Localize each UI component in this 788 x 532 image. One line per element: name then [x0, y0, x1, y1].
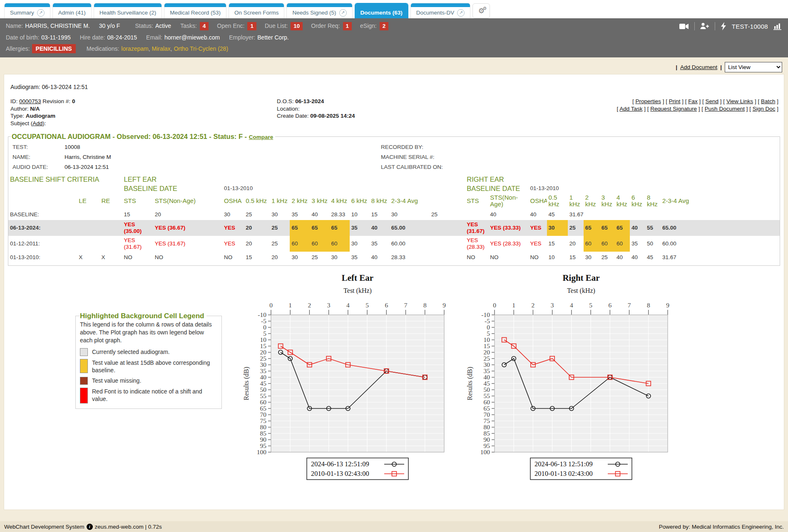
table-cell: 30 [547, 220, 568, 236]
svg-text:8: 8 [423, 302, 427, 309]
table-cell: 30 [222, 209, 244, 220]
link-row: [ Add Task ] [ Request Signature ] [ Pus… [552, 105, 778, 113]
add-task-link[interactable]: Add Task [619, 106, 642, 112]
left-ear-chart: Left EarTest (kHz)0123456789-10-50510152… [239, 270, 450, 481]
table-cell [698, 236, 780, 252]
tab-health-surveillance-2[interactable]: Health Surveillance (2) [94, 3, 162, 18]
patient-status: Active [155, 20, 171, 32]
tab-documents-dv[interactable]: Documents-DV [410, 3, 471, 18]
tab-accent-strip [94, 3, 162, 7]
svg-text:4: 4 [570, 302, 573, 309]
lightning-icon[interactable] [721, 22, 726, 30]
medication-item[interactable]: lorazepam [121, 45, 148, 52]
inline-link-add[interactable]: Add [32, 120, 42, 126]
tab-label: Health Surveillance (2) [99, 10, 157, 16]
allergies-list: PENICILLINS [32, 43, 87, 54]
table-cell: 2-3-4 Avg [390, 193, 430, 209]
svg-text:6: 6 [385, 302, 388, 309]
table-cell: 65 [615, 220, 630, 236]
count-badge-order-req[interactable]: 1 [343, 22, 352, 30]
table-cell [600, 209, 615, 220]
external-link-icon[interactable] [457, 9, 465, 17]
tab-documents-63[interactable]: Documents (63) [355, 3, 408, 18]
bar-chart-icon[interactable] [773, 23, 781, 30]
table-row: 06-13-2024:YES (35.00)YES (36.67)YES2025… [8, 220, 780, 236]
meta-line: Subject (Add): [10, 120, 277, 127]
count-badge-open-enc[interactable]: 1 [247, 22, 256, 30]
fax-link[interactable]: Fax [688, 98, 698, 104]
table-cell [99, 220, 122, 236]
table-cell: 8 kHz [645, 193, 661, 209]
count-badge-due-list[interactable]: 10 [291, 22, 303, 30]
external-link-icon[interactable] [339, 9, 347, 17]
table-row: LERESTSSTS(Non-Age)OSHA0.5 kHz1 kHz2 kHz… [8, 193, 780, 209]
allergy-badge[interactable]: PENICILLINS [32, 44, 76, 53]
divider [715, 22, 715, 30]
table-cell: 8 kHz [370, 193, 390, 209]
compare-link[interactable]: Compare [249, 134, 273, 140]
properties-link[interactable]: Properties [635, 98, 661, 104]
tab-on-screen-forms[interactable]: On Screen Forms [229, 3, 285, 18]
table-cell: 3 kHz [310, 193, 329, 209]
table-cell: 35 [350, 220, 370, 236]
meta-text: Subject ( [10, 120, 32, 126]
table-cell: 2-3-4 Avg [661, 193, 698, 209]
tab-accent-strip [5, 3, 50, 7]
medication-item[interactable]: Miralax [152, 45, 170, 52]
info-icon[interactable] [87, 524, 93, 530]
tab-summary[interactable]: Summary [4, 3, 50, 18]
table-cell: 60 [330, 236, 350, 252]
settings-gear-icon[interactable] [472, 3, 490, 18]
document-toolbar: | Add Document | List View [0, 57, 788, 72]
table-cell: 01-13-2010 [529, 184, 600, 193]
tab-medical-record-53[interactable]: Medical Record (53) [164, 3, 226, 18]
meta-text: Location: [277, 106, 300, 112]
patient-bar-icons: TEST-10008 [679, 22, 781, 30]
patient-row-1: Name: HARRIS, CHRISTINE M. 30 y/o F Stat… [6, 20, 782, 32]
svg-text:3: 3 [551, 302, 554, 309]
print-link[interactable]: Print [669, 98, 681, 104]
table-cell: 6 kHz [350, 193, 370, 209]
tab-bar: SummaryAdmin (41)Health Surveillance (2)… [0, 0, 788, 18]
table-cell: NO [122, 252, 153, 263]
push-document-link[interactable]: Push Document [705, 106, 745, 112]
table-cell: 15 [547, 236, 568, 252]
external-link-icon[interactable] [37, 9, 45, 17]
legend-swatch [80, 377, 88, 385]
medication-item[interactable]: Ortho Tri-Cyclen (28) [174, 45, 228, 52]
footer-left: WebChart Development System zeus.med-web… [4, 524, 162, 530]
count-badge-esign[interactable]: 2 [380, 22, 389, 30]
patient-bar: Name: HARRIS, CHRISTINE M. 30 y/o F Stat… [0, 18, 788, 57]
batch-link[interactable]: Batch [761, 98, 776, 104]
table-cell: YES [222, 236, 244, 252]
table-cell: X [99, 252, 122, 263]
request-signature-link[interactable]: Request Signature [650, 106, 697, 112]
sign-doc-link[interactable]: Sign Doc [753, 106, 776, 112]
video-camera-icon[interactable] [679, 23, 689, 30]
inline-link-0000753[interactable]: 0000753 [19, 98, 41, 104]
tab-accent-strip [229, 3, 284, 7]
table-cell [99, 209, 122, 220]
document-action-links: [ Properties ] [ Print ] [ Fax ] [ Send … [552, 98, 780, 127]
table-cell: 60 [584, 236, 600, 252]
table-cell: 20 [153, 209, 222, 220]
tab-admin-41[interactable]: Admin (41) [52, 3, 92, 18]
view-links-link[interactable]: View Links [726, 98, 753, 104]
tab-needs-signed-5[interactable]: Needs Signed (5) [286, 3, 352, 18]
send-link[interactable]: Send [706, 98, 719, 104]
table-cell: 01-13-2010: [8, 252, 77, 263]
counter-label: Order Req: [311, 20, 340, 32]
table-cell [661, 209, 698, 220]
table-cell: 25 [568, 220, 584, 236]
audiogram-info-grid: TEST:10008RECORDED BY:NAME:Harris, Chris… [8, 141, 780, 174]
table-cell: 20 [568, 236, 584, 252]
table-cell: STS [122, 193, 153, 209]
table-cell: 0.5 kHz [547, 193, 568, 209]
view-mode-select[interactable]: List View [725, 62, 782, 72]
table-cell: 6 kHz [630, 193, 645, 209]
add-document-link[interactable]: Add Document [680, 64, 717, 70]
tab-label: Medical Record (53) [170, 10, 221, 16]
count-badge-tasks[interactable]: 4 [200, 22, 209, 30]
link-row: [ Properties ] [ Print ] [ Fax ] [ Send … [552, 98, 778, 105]
add-user-icon[interactable] [700, 22, 709, 30]
